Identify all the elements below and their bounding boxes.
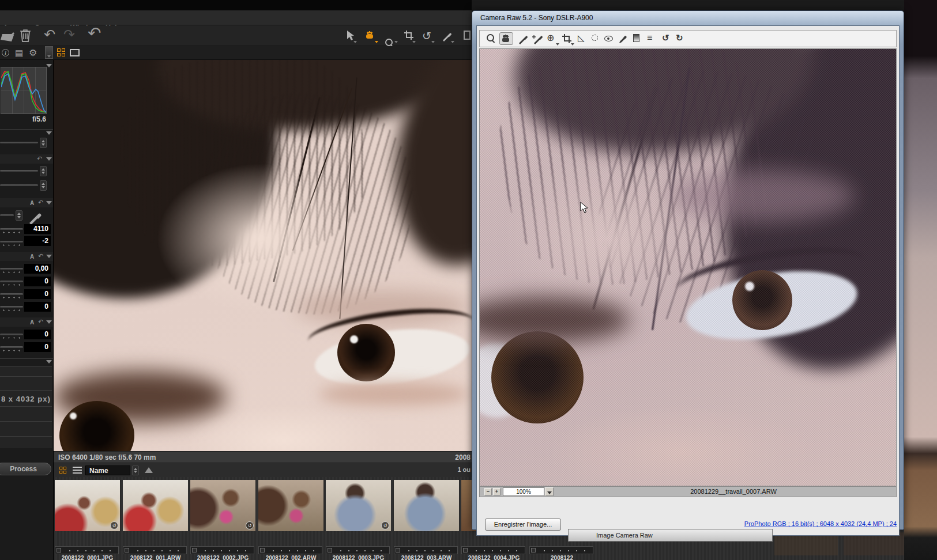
graduated-filter-tool-icon[interactable] [633, 34, 639, 42]
list-view-icon[interactable] [73, 467, 82, 474]
thumbnail[interactable]: ↺.badge{right:3px;bottom:3px;} [55, 480, 120, 531]
slider[interactable] [0, 214, 14, 216]
info-icon[interactable]: i [2, 49, 9, 56]
section-caret[interactable] [46, 255, 52, 258]
select-checkbox[interactable] [328, 548, 332, 553]
partial-tool-icon[interactable] [464, 31, 471, 40]
select-checkbox[interactable] [260, 548, 265, 553]
temp-value[interactable]: 4110 [24, 224, 51, 234]
sort-direction-icon[interactable] [145, 467, 153, 473]
slider[interactable] [0, 306, 23, 308]
slider[interactable] [0, 184, 38, 186]
auto-label[interactable]: A [30, 200, 34, 206]
tint-slider[interactable] [0, 241, 23, 243]
preferences-icon[interactable]: ≡ [647, 33, 652, 43]
stepper[interactable] [40, 166, 47, 176]
reset-icon[interactable]: ↶ [37, 156, 42, 162]
revert-icon[interactable]: ↶ [88, 27, 101, 40]
rating-bar[interactable] [190, 546, 254, 554]
section-caret[interactable] [46, 201, 52, 205]
stepper[interactable] [16, 210, 22, 221]
redo-icon[interactable]: ↷ [63, 28, 75, 41]
thumbnail[interactable]: ↺ [326, 480, 391, 531]
grid-view-icon[interactable] [59, 467, 67, 475]
rotate-left-icon[interactable]: ↺ [662, 33, 669, 43]
process-button[interactable]: Process [0, 463, 51, 475]
trash-icon[interactable] [20, 29, 31, 43]
tint-value[interactable]: -2 [24, 236, 51, 246]
section-caret[interactable] [46, 131, 52, 135]
rating-bar[interactable] [461, 546, 525, 554]
section-caret[interactable] [46, 320, 52, 324]
slider[interactable] [0, 268, 23, 270]
zoom-tool-icon[interactable] [487, 34, 496, 43]
temp-slider[interactable] [0, 228, 23, 230]
stepper[interactable] [40, 138, 47, 148]
rating-dots[interactable] [134, 550, 185, 552]
multi-view-icon[interactable] [57, 48, 66, 58]
raw-preview-image[interactable] [479, 48, 897, 486]
metadata-list-icon[interactable]: ▤ [15, 48, 23, 58]
rotate-tool-icon[interactable]: ↺ [422, 29, 431, 43]
rating-dots[interactable] [405, 550, 456, 552]
blacks-value[interactable]: 0 [24, 302, 51, 312]
collapse-caret[interactable] [46, 64, 52, 67]
rating-dots[interactable] [201, 550, 252, 552]
thumbnail[interactable] [123, 480, 188, 531]
zoom-out-button[interactable]: − [484, 488, 492, 495]
thumbnail[interactable]: ↺ [190, 480, 255, 531]
adjustment-brush-tool-icon[interactable] [618, 33, 630, 44]
rating-bar[interactable] [55, 546, 119, 554]
fill-value[interactable]: 0 [24, 289, 51, 299]
sort-by-dropdown[interactable]: Name [85, 466, 130, 475]
rating-bar[interactable] [258, 546, 322, 554]
rating-bar[interactable] [394, 546, 458, 554]
select-checkbox[interactable] [531, 548, 536, 553]
rating-bar[interactable] [529, 546, 593, 554]
zoom-dropdown-button[interactable] [545, 487, 554, 496]
recovery-value[interactable]: 0 [24, 277, 51, 286]
rating-bar[interactable] [123, 546, 187, 554]
hand-tool-icon[interactable] [366, 31, 374, 39]
select-checkbox[interactable] [463, 548, 468, 553]
workflow-options-link[interactable]: ProPhoto RGB ; 16 bit(s) ; 6048 x 4032 (… [731, 520, 897, 527]
auto-label[interactable]: A [30, 253, 34, 260]
thumbnail[interactable] [394, 480, 459, 531]
zoom-level-field[interactable]: 100% [503, 487, 544, 496]
sort-stepper[interactable] [132, 466, 139, 475]
eyedropper-tool-icon[interactable] [442, 30, 453, 41]
rating-dots[interactable] [540, 550, 591, 552]
rating-dots[interactable] [66, 550, 116, 552]
settings-gear-icon[interactable]: ⚙ [29, 47, 37, 58]
brightness-value[interactable]: 0 [24, 330, 51, 339]
white-balance-tool-icon[interactable] [518, 33, 529, 44]
slider[interactable] [0, 334, 23, 335]
zoom-in-button[interactable]: + [493, 488, 501, 495]
slider[interactable] [0, 293, 23, 295]
save-image-button[interactable]: Enregistrer l'image... [485, 519, 561, 531]
slider[interactable] [0, 346, 23, 348]
crop-tool-icon[interactable] [562, 33, 572, 44]
camera-raw-window[interactable]: Camera Raw 5.2 - Sony DSLR-A900 ⊕ ◺ ≡ ↺ … [472, 10, 904, 530]
reset-icon[interactable]: ↶ [38, 319, 43, 325]
rating-bar[interactable] [326, 546, 390, 554]
rating-dots[interactable] [269, 550, 320, 552]
rating-dots[interactable] [472, 550, 523, 552]
slider[interactable] [0, 170, 38, 172]
open-folder-icon[interactable] [0, 30, 15, 41]
section-caret[interactable] [46, 360, 52, 364]
slider[interactable] [0, 281, 23, 282]
wb-eyedropper-icon[interactable] [28, 209, 43, 225]
auto-label[interactable]: A [30, 319, 34, 326]
spot-removal-tool-icon[interactable] [592, 35, 598, 41]
slider[interactable] [0, 142, 38, 143]
select-checkbox[interactable] [192, 548, 197, 553]
exposure-value[interactable]: 0,00 [24, 264, 51, 274]
section-caret[interactable] [46, 157, 52, 161]
rotate-right-icon[interactable]: ↻ [676, 33, 683, 43]
rating-dots[interactable] [337, 550, 387, 552]
select-checkbox[interactable] [57, 548, 61, 553]
select-tool-icon[interactable] [345, 30, 355, 41]
thumbnail[interactable] [258, 480, 323, 531]
single-view-icon[interactable] [70, 49, 80, 56]
